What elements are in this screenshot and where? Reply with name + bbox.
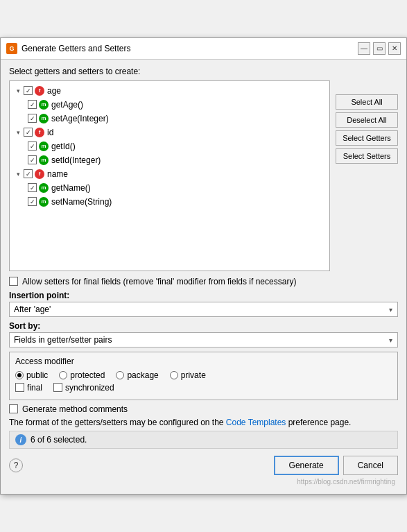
- checkbox-modifier-row: final synchronized: [15, 383, 392, 393]
- select-setters-button[interactable]: Select Setters: [336, 148, 398, 164]
- insertion-point-dropdown[interactable]: After 'age': [9, 302, 398, 317]
- checkbox-final-label: final: [27, 383, 42, 393]
- select-getters-button[interactable]: Select Getters: [336, 130, 398, 146]
- radio-circle-public[interactable]: [15, 371, 24, 379]
- status-text: 6 of 6 selected.: [31, 435, 87, 445]
- checkbox-age[interactable]: [24, 86, 33, 95]
- generate-comments-label: Generate method comments: [22, 404, 128, 414]
- radio-row: public protected package private: [15, 370, 392, 380]
- tree-row-getid[interactable]: m getId(): [11, 139, 328, 153]
- deselect-all-button[interactable]: Deselect All: [336, 112, 398, 128]
- section-label: Select getters and setters to create:: [9, 67, 398, 76]
- label-getname: getName(): [51, 183, 91, 193]
- tree-row-setage[interactable]: m setAge(Integer): [11, 112, 328, 126]
- tree-section: ▾ f age m getAge() m setAge(Integer): [9, 80, 330, 271]
- checkbox-synchronized-label: synchronized: [65, 383, 114, 393]
- format-note: The format of the getters/setters may be…: [9, 417, 398, 429]
- radio-label-protected: protected: [70, 370, 105, 380]
- checkbox-final[interactable]: [15, 383, 24, 392]
- tree-row-id[interactable]: ▾ f id: [11, 126, 328, 139]
- select-all-button[interactable]: Select All: [336, 94, 398, 110]
- checkbox-synchronized[interactable]: [53, 383, 62, 392]
- title-controls: — ▭ ✕: [358, 42, 401, 55]
- method-icon-getname: m: [39, 183, 49, 193]
- field-icon-age: f: [35, 86, 44, 96]
- tree-panel[interactable]: ▾ f age m getAge() m setAge(Integer): [9, 80, 330, 271]
- radio-label-package: package: [127, 370, 158, 380]
- final-fields-checkbox[interactable]: [9, 277, 18, 286]
- restore-button[interactable]: ▭: [373, 42, 386, 55]
- label-setname: setName(String): [51, 197, 112, 207]
- radio-protected[interactable]: protected: [59, 370, 105, 380]
- method-icon-setid: m: [39, 155, 49, 165]
- side-buttons: Select All Deselect All Select Getters S…: [336, 80, 398, 271]
- method-icon-setname: m: [39, 197, 49, 207]
- tree-row-name[interactable]: ▾ f name: [11, 167, 328, 181]
- cancel-button[interactable]: Cancel: [343, 456, 398, 475]
- label-name: name: [47, 169, 68, 179]
- chevron-age: ▾: [14, 87, 22, 95]
- close-button[interactable]: ✕: [388, 42, 401, 55]
- final-fields-row: Allow setters for final fields (remove '…: [9, 277, 398, 286]
- access-modifier-title: Access modifier: [15, 357, 392, 366]
- main-content: ▾ f age m getAge() m setAge(Integer): [9, 80, 398, 271]
- sort-by-dropdown[interactable]: Fields in getter/setter pairs: [9, 332, 398, 347]
- insertion-point-wrapper: After 'age': [9, 302, 398, 317]
- label-setage: setAge(Integer): [51, 114, 109, 123]
- format-note-prefix: The format of the getters/setters may be…: [9, 418, 224, 427]
- dialog-body: Select getters and setters to create: ▾ …: [1, 60, 406, 495]
- action-buttons: Generate Cancel: [274, 456, 398, 475]
- generate-button[interactable]: Generate: [274, 456, 339, 475]
- checkbox-getage[interactable]: [28, 100, 37, 109]
- dialog-title: Generate Getters and Setters: [21, 44, 130, 53]
- checkbox-setname[interactable]: [28, 197, 37, 206]
- label-getid: getId(): [51, 141, 76, 151]
- format-note-suffix: preference page.: [288, 418, 352, 427]
- radio-public[interactable]: public: [15, 370, 48, 380]
- checkbox-id[interactable]: [24, 128, 33, 137]
- sort-by-label: Sort by:: [9, 321, 398, 331]
- label-id: id: [47, 128, 53, 137]
- final-fields-label: Allow setters for final fields (remove '…: [22, 277, 296, 286]
- checkbox-synchronized-item[interactable]: synchronized: [53, 383, 114, 393]
- tree-row-setid[interactable]: m setId(Integer): [11, 153, 328, 167]
- code-templates-link[interactable]: Code Templates: [226, 418, 286, 427]
- action-row: ? Generate Cancel: [9, 452, 398, 478]
- checkbox-final-item[interactable]: final: [15, 383, 42, 393]
- method-icon-setage: m: [39, 114, 49, 123]
- info-icon: i: [15, 434, 26, 445]
- tree-row-setname[interactable]: m setName(String): [11, 195, 328, 209]
- radio-package[interactable]: package: [116, 370, 158, 380]
- checkbox-setid[interactable]: [28, 155, 37, 164]
- method-icon-getid: m: [39, 141, 49, 151]
- label-setid: setId(Integer): [51, 155, 101, 165]
- generate-comments-row: Generate method comments: [9, 404, 398, 414]
- tree-row-getname[interactable]: m getName(): [11, 181, 328, 195]
- radio-label-public: public: [26, 370, 48, 380]
- radio-circle-private[interactable]: [170, 371, 178, 379]
- chevron-id: ▾: [14, 128, 22, 137]
- label-age: age: [47, 86, 61, 96]
- sort-by-wrapper: Fields in getter/setter pairs: [9, 332, 398, 347]
- checkbox-getid[interactable]: [28, 141, 37, 151]
- radio-circle-package[interactable]: [116, 371, 124, 379]
- radio-circle-protected[interactable]: [59, 371, 67, 379]
- generate-comments-checkbox[interactable]: [9, 404, 18, 413]
- field-icon-id: f: [35, 128, 44, 137]
- checkbox-getname[interactable]: [28, 183, 37, 192]
- title-bar: G Generate Getters and Setters — ▭ ✕: [1, 38, 406, 60]
- dialog-icon: G: [6, 43, 17, 54]
- watermark: https://blog.csdn.net/firmrighting: [9, 478, 398, 487]
- checkbox-setage[interactable]: [28, 114, 37, 123]
- radio-private[interactable]: private: [170, 370, 206, 380]
- access-modifier-section: Access modifier public protected package…: [9, 352, 398, 400]
- checkbox-name[interactable]: [24, 169, 33, 178]
- chevron-name: ▾: [14, 170, 22, 178]
- help-button[interactable]: ?: [9, 458, 23, 472]
- tree-row-getage[interactable]: m getAge(): [11, 98, 328, 112]
- field-icon-name: f: [35, 169, 44, 179]
- tree-row-age[interactable]: ▾ f age: [11, 84, 328, 98]
- minimize-button[interactable]: —: [358, 42, 370, 55]
- generate-getters-setters-dialog: G Generate Getters and Setters — ▭ ✕ Sel…: [0, 37, 407, 495]
- title-bar-left: G Generate Getters and Setters: [6, 43, 130, 54]
